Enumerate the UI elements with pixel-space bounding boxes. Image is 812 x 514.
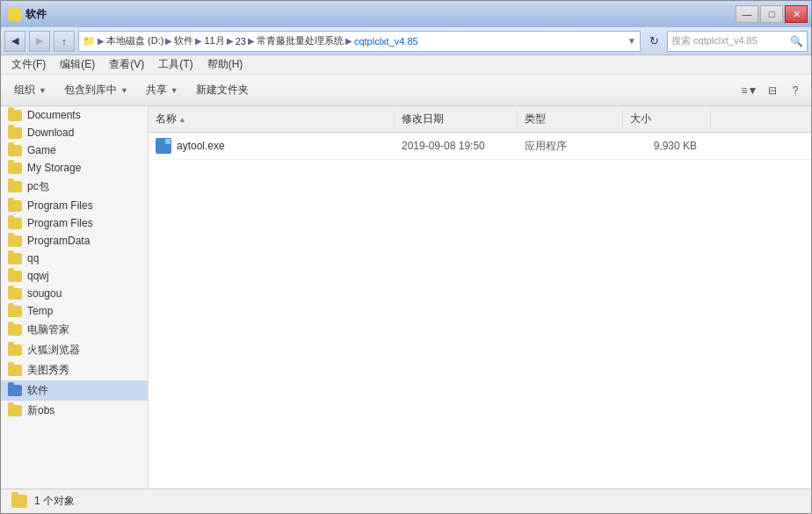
sidebar-item-programfiles2[interactable]: Program Files [1,214,148,232]
sidebar-item-label-programfiles1: Program Files [27,199,93,212]
minimize-button[interactable]: — [736,5,758,23]
folder-icon-programfiles1 [8,200,22,212]
breadcrumb-system: 常青藤批量处理系统 [257,34,344,47]
breadcrumb-drive: 本地磁盘 (D:) [106,34,163,47]
column-size-header[interactable]: 大小 [623,110,711,128]
breadcrumb-folder-icon: 📁 [83,35,96,47]
file-cell-type: 应用程序 [518,137,623,156]
sidebar-item-label-download: Download [27,127,74,139]
sidebar-item-label-sougou: sougou [27,287,62,300]
sidebar-item-label-programfiles2: Program Files [27,217,93,229]
back-button[interactable]: ◀ [4,31,25,52]
sidebar-item-game[interactable]: Game [1,141,148,159]
preview-pane-button[interactable]: ⊟ [762,80,783,101]
sidebar-item-label-programdata: ProgramData [27,235,90,247]
title-bar: 软件 — □ ✕ [1,1,811,27]
view-controls: ≡▼ ⊟ ? [739,80,806,101]
menu-edit[interactable]: 编辑(E) [53,55,102,74]
address-dropdown-button[interactable]: ▼ [627,36,636,46]
sidebar-item-label-mystorage: My Storage [27,162,81,174]
exe-file-icon [156,138,171,154]
folder-icon-qqwj [8,271,22,282]
sort-icon: ▲ [178,115,186,124]
close-button[interactable]: ✕ [785,5,808,23]
sidebar-item-label-meitu: 美图秀秀 [27,363,69,378]
folder-icon-sougou [8,288,22,300]
menu-help[interactable]: 帮助(H) [200,55,250,74]
sidebar-item-ruanjian[interactable]: 软件 [1,380,148,401]
maximize-button[interactable]: □ [760,5,783,23]
file-list-header: 名称 ▲ 修改日期 类型 大小 [149,106,811,133]
folder-icon-pcmanager [8,324,22,336]
status-folder-icon [11,495,27,508]
folder-icon-temp [8,306,22,317]
sidebar-item-programfiles1[interactable]: Program Files [1,197,148,214]
folder-icon-documents [8,110,22,121]
breadcrumb-current: cqtplclxt_v4.85 [354,36,418,47]
column-date-header[interactable]: 修改日期 [395,110,518,128]
folder-icon-meitu [8,365,22,376]
sidebar-item-firefox[interactable]: 火狐浏览器 [1,340,148,360]
search-icon[interactable]: 🔍 [790,35,803,47]
folder-icon-newobs [8,405,22,416]
sidebar-item-meitu[interactable]: 美图秀秀 [1,360,148,380]
help-button[interactable]: ? [785,80,806,101]
breadcrumb-month: 11月 [204,34,224,47]
sidebar-item-newobs[interactable]: 新obs [1,401,148,421]
folder-icon-download [8,127,22,139]
forward-button[interactable]: ▶ [29,31,50,52]
folder-icon-pc [8,181,22,192]
column-type-header[interactable]: 类型 [518,110,623,128]
sidebar-item-label-temp: Temp [27,305,53,317]
sidebar-item-documents[interactable]: Documents [1,106,148,124]
sidebar-item-programdata[interactable]: ProgramData [1,232,148,250]
search-box[interactable]: 🔍 [667,31,808,52]
sidebar-item-pc[interactable]: pc包 [1,177,148,197]
title-bar-left: 软件 [8,7,47,22]
share-label: 共享 [146,83,167,98]
folder-icon-game [8,145,22,156]
menu-bar: 文件(F) 编辑(E) 查看(V) 工具(T) 帮助(H) [1,55,811,75]
status-count: 1 个对象 [34,494,75,509]
folder-icon-mystorage [8,163,22,174]
column-name-header[interactable]: 名称 ▲ [149,110,395,128]
sidebar-item-qqwj[interactable]: qqwj [1,267,148,285]
sidebar-item-sougou[interactable]: sougou [1,285,148,302]
sidebar-item-temp[interactable]: Temp [1,302,148,320]
menu-tools[interactable]: 工具(T) [151,55,199,74]
new-folder-label: 新建文件夹 [196,83,249,98]
folder-icon-firefox [8,344,22,356]
menu-view[interactable]: 查看(V) [102,55,151,74]
sidebar: Documents Download Game My Storage pc包 P… [1,106,149,489]
sidebar-item-qq[interactable]: qq [1,250,148,267]
up-button[interactable]: ↑ [54,31,75,52]
breadcrumb-day: 23 [236,36,246,47]
sidebar-item-label-firefox: 火狐浏览器 [27,343,80,358]
sidebar-item-pcmanager[interactable]: 电脑管家 [1,320,148,340]
sidebar-item-label-newobs: 新obs [27,403,54,418]
sidebar-item-label-game: Game [27,144,56,156]
table-row[interactable]: aytool.exe 2019-09-08 19:50 应用程序 9,930 K… [149,133,811,160]
share-button[interactable]: 共享 ▼ [138,78,186,102]
window-title: 软件 [25,7,47,22]
menu-file[interactable]: 文件(F) [4,55,53,74]
organize-dropdown-icon: ▼ [39,86,47,95]
sidebar-item-mystorage[interactable]: My Storage [1,159,148,177]
sidebar-item-label-pc: pc包 [27,179,49,194]
address-bar[interactable]: 📁 ▶ 本地磁盘 (D:) ▶ 软件 ▶ 11月 ▶ 23 ▶ 常青藤批量处理系… [78,31,641,52]
file-list-body: aytool.exe 2019-09-08 19:50 应用程序 9,930 K… [149,133,811,489]
organize-label: 组织 [14,83,35,98]
main-window: 软件 — □ ✕ ◀ ▶ ↑ 📁 ▶ 本地磁盘 (D:) ▶ 软件 ▶ 11月 … [0,0,812,514]
include-library-dropdown-icon: ▼ [120,86,128,95]
search-input[interactable] [671,36,790,47]
sidebar-item-download[interactable]: Download [1,124,148,141]
sidebar-item-label-pcmanager: 电脑管家 [27,322,69,337]
sidebar-item-label-ruanjian: 软件 [27,383,48,398]
file-cell-date: 2019-09-08 19:50 [395,138,518,154]
file-name: aytool.exe [177,140,225,152]
organize-button[interactable]: 组织 ▼ [6,78,54,102]
refresh-button[interactable]: ↻ [644,32,663,51]
include-library-button[interactable]: 包含到库中 ▼ [56,78,136,102]
new-folder-button[interactable]: 新建文件夹 [188,78,257,102]
view-mode-button[interactable]: ≡▼ [739,80,760,101]
